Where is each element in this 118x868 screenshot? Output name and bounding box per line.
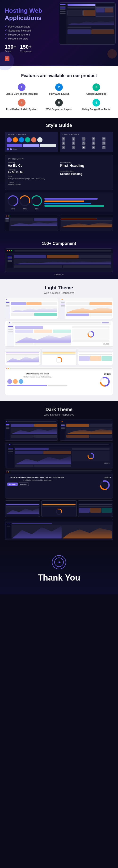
feature-item-1: 1 Light& Dark Theme Included [5,84,39,95]
hero-section: Hosting Web Applications Fully Customiza… [0,0,118,66]
color-swatches [7,137,56,143]
component-section: 150+ Component [0,238,118,279]
styleguide-color-icon-row: Colorography Dark Iconography [5,132,113,152]
stat2-label: Component [20,50,32,53]
typography-label: Typography [8,158,110,160]
mini-dashboard-row [5,215,113,231]
heading2-preview: Aa Bb Cc Dd [8,171,58,174]
donut-wrap-3: 85% [31,195,43,210]
light-mini-3 [78,348,113,365]
dark-theme-subtitle: Web & Mobile Responsive [2,413,116,416]
iconography-panel: Iconography ⊞ ◎ ☁ ⊠ ⊙ ◈ ⊟ ◷ ⊞ ◫ ⊕ ⊗ ◉ ⊘ … [60,132,113,152]
dark-mini-3 [78,500,113,517]
styleguide-title: Style Guide [5,123,113,128]
svg-point-5 [32,196,42,206]
dark-screen-2 [60,420,113,441]
feature-label-2: Fully Auto Layout [49,92,69,95]
icon-grid: ⊞ ◎ ☁ ⊠ ⊙ ◈ ⊟ ◷ ⊞ ◫ ⊕ ⊗ ◉ ⊘ ◯ [62,137,111,149]
features-title: Features are available on our product [5,73,113,79]
first-heading: First Heading [60,163,110,168]
heading1-preview: Aa Bb Cc [8,163,58,167]
feature-label-4: Pixel Perfect & Grid System [6,108,37,111]
icon-item: ⊗ [72,146,75,149]
styleguide-section: Style Guide Colorography Dark [0,118,118,238]
features-section: Features are available on our product 1 … [0,66,118,118]
icon-item: ◷ [82,142,86,145]
feature-icon-2: 2 [55,84,63,91]
light-screens-row1 [2,298,116,319]
feature-item-2: 2 Fully Auto Layout [42,84,76,95]
icon-item: ⊙ [102,137,105,141]
dark-wide-screen: 19,225 [5,442,113,468]
dark-screens-row3 [2,498,116,517]
dark-mini-2 [41,500,77,517]
feature-item: Reuse Component [5,32,52,36]
dark-screens-row1 [2,420,116,441]
feature-item-3: 3 Global Styleguide [79,84,113,95]
feature-icon-4: 4 [18,99,25,106]
feature-label-6: Using Google Free Fonts [82,108,111,111]
hero-features-list: Fully Customizable Styleguide Included R… [5,25,52,40]
dark-analytics-mockup [5,519,113,540]
colorography-panel: Colorography Dark [5,132,58,152]
icon-item: ◉ [82,146,86,149]
icon-item: ◯ [102,146,105,149]
feature-item: Fully Customizable [5,25,52,28]
light-sms-mockup: SMS Marketing and Email A brilliant webs… [5,367,113,395]
donut-wrap-2: 55% [19,195,31,210]
feature-item: Styleguide Included [5,28,52,32]
second-heading: Second Heading [60,172,110,176]
light-mini-2 [41,348,77,365]
icon-item: ☁ [82,137,86,141]
icon-item: ⊘ [92,146,95,149]
dark-cta-mockup: Bring your business online with a plan f… [5,470,113,498]
feature-icon-6: 6 [93,99,100,106]
swatch-purple [7,137,12,143]
feature-label-5: Well Organized Layers [46,108,71,111]
swatch-blue [19,137,24,143]
feature-item-4: 4 Pixel Perfect & Grid System [5,99,39,111]
component-title: 150+ Component [5,241,113,246]
light-screen-1 [5,298,58,319]
component-preview [5,248,113,272]
icon-item: ◫ [102,142,105,145]
feature-item: Responsive View [5,36,52,40]
iconography-label: Iconography [62,133,111,136]
body-preview: The quick brown fox jumps over the lazy … [8,177,58,180]
donut-wrap-1: 70% [7,195,19,210]
dark-screen-1 [5,420,58,441]
swatch-light [37,137,43,143]
hero-stats: 130+ Screen 150+ Component [5,44,52,53]
light-theme-section: Light Theme Web & Mobile Responsive [0,279,118,401]
feature-icon-5: 5 [55,99,63,106]
stat1-number: 130+ [5,44,17,50]
component-counter: smwire.io [5,273,113,276]
colorography-label: Colorography [7,133,56,136]
icon-item: ⊕ [62,146,65,149]
light-wide-screen: 19,225 [5,321,113,347]
light-mini-1 [5,348,40,365]
dark-theme-section: Dark Theme Web & Mobile Responsive [0,401,118,546]
thank-you-section: ❧ Thank You [0,546,118,594]
swatch-green [25,137,30,143]
dark-theme-title: Dark Theme [2,407,116,412]
feature-icon-3: 3 [93,84,100,91]
donut-charts-area: 70% 55% 85% [5,192,113,212]
swatch-orange [13,137,18,143]
thank-you-title: Thank You [38,573,80,583]
typography-panel: Typography Heading 1 Aa Bb Cc Heading 2 … [5,155,113,190]
caption-preview: Small text sample [8,183,58,186]
feature-item-5: 5 Well Organized Layers [42,99,76,111]
hero-mockup [59,2,116,45]
thank-you-logo: ❧ [52,555,66,569]
feature-icon-1: 1 [18,84,25,91]
icon-item: ◈ [62,142,65,145]
feature-label-1: Light& Dark Theme Included [6,92,38,95]
swatch-red [31,137,36,143]
leaf-icon: ❧ [57,560,61,565]
icon-item: ◎ [72,137,75,141]
feature-label-3: Global Styleguide [86,92,106,95]
stat2-number: 150+ [20,44,32,50]
hero-title: Hosting Web Applications [5,7,52,22]
icon-item: ⊞ [92,142,95,145]
